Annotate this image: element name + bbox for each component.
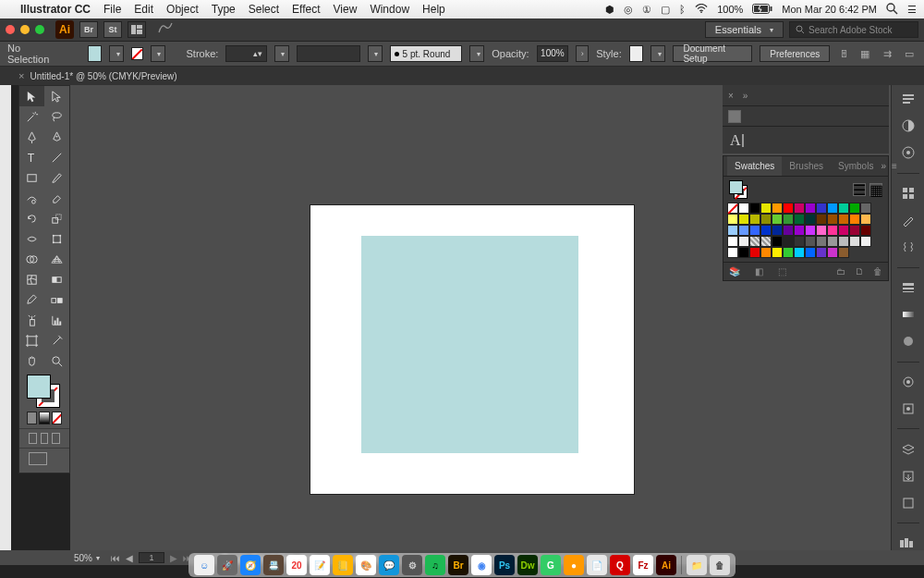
swatch-cell[interactable]: [749, 214, 760, 225]
pen-tool[interactable]: [19, 127, 44, 147]
swatch-cell[interactable]: [805, 236, 816, 247]
swatch-cell[interactable]: [738, 203, 749, 214]
swatch-cell[interactable]: [827, 236, 838, 247]
swatch-cell[interactable]: [816, 203, 827, 214]
swatch-grid-view[interactable]: ▦: [869, 183, 882, 196]
swatch-cell[interactable]: [860, 236, 871, 247]
panel-menu-icon[interactable]: ≡: [892, 161, 897, 171]
bridge-chip[interactable]: Br: [79, 21, 98, 38]
swatch-cell[interactable]: [794, 203, 805, 214]
layers-panel-icon[interactable]: [898, 440, 918, 458]
draw-inside[interactable]: [52, 433, 60, 444]
swatch-cell[interactable]: [805, 225, 816, 236]
symbols-dock-icon[interactable]: [898, 239, 918, 256]
dock-app[interactable]: ⚙: [402, 555, 422, 575]
swatch-cell[interactable]: [794, 236, 805, 247]
workspace-selector[interactable]: Essentials: [705, 21, 784, 38]
dock-app[interactable]: Q: [610, 555, 630, 575]
cc-status-icon[interactable]: ◎: [624, 4, 633, 16]
swatch-cell[interactable]: [738, 247, 749, 258]
wifi-icon[interactable]: [695, 4, 708, 16]
menu-file[interactable]: File: [103, 3, 121, 16]
dock-app[interactable]: 🎨: [356, 555, 376, 575]
transform-icon[interactable]: ▭: [902, 46, 917, 61]
dock-app[interactable]: Br: [448, 555, 468, 575]
swatch-cell[interactable]: [783, 236, 794, 247]
swatch-cell[interactable]: [749, 203, 760, 214]
fill-swatch[interactable]: [88, 45, 103, 62]
menu-object[interactable]: Object: [166, 3, 199, 16]
paintbrush-tool[interactable]: [44, 167, 69, 188]
delete-swatch-icon[interactable]: 🗑: [873, 266, 882, 277]
swatch-cell[interactable]: [738, 214, 749, 225]
menu-window[interactable]: Window: [370, 3, 409, 16]
swatch-cell[interactable]: [760, 236, 772, 247]
dock-app[interactable]: Ai: [656, 555, 676, 575]
swatch-cell[interactable]: [827, 214, 838, 225]
style-dropdown[interactable]: [650, 45, 665, 62]
swatch-cell[interactable]: [727, 247, 738, 258]
bluetooth-icon[interactable]: ᛒ: [679, 4, 686, 15]
type-tool[interactable]: T: [19, 147, 44, 167]
gradient-tool[interactable]: [44, 269, 69, 289]
line-tool[interactable]: [44, 147, 69, 167]
maximize-button[interactable]: [35, 25, 44, 34]
mini-panel-header[interactable]: ×»: [723, 85, 889, 105]
color-preview[interactable]: [728, 110, 741, 123]
stroke-profile[interactable]: [297, 45, 360, 62]
swatch-cell[interactable]: [816, 225, 827, 236]
dock-app[interactable]: 📝: [310, 555, 330, 575]
swatch-cell[interactable]: [727, 225, 738, 236]
artboard[interactable]: [310, 205, 634, 494]
swatch-cell[interactable]: [760, 214, 772, 225]
dock-app[interactable]: 🗑: [710, 555, 730, 575]
fill-indicator[interactable]: [27, 375, 51, 399]
swatch-cell[interactable]: [783, 225, 794, 236]
graphic-style-swatch[interactable]: [629, 45, 644, 62]
preferences-button[interactable]: Preferences: [760, 45, 830, 62]
dock-app[interactable]: ◉: [471, 555, 492, 575]
swatch-cell[interactable]: [816, 247, 827, 258]
swatch-cell[interactable]: [727, 236, 738, 247]
new-swatch-icon[interactable]: 🗋: [855, 266, 864, 277]
swatch-cell[interactable]: [805, 203, 816, 214]
stroke-dropdown[interactable]: [151, 45, 165, 62]
swatch-kind-icon[interactable]: ◧: [755, 266, 763, 277]
brushes-tab[interactable]: Brushes: [782, 156, 831, 176]
width-tool[interactable]: [19, 228, 44, 249]
none-mode-btn[interactable]: [52, 412, 62, 424]
swatch-cell[interactable]: [760, 247, 772, 258]
menu-edit[interactable]: Edit: [134, 3, 153, 16]
swatch-cell[interactable]: [738, 236, 749, 247]
snap-pixel-icon[interactable]: ▦: [857, 46, 872, 61]
brush-dropdown[interactable]: [469, 45, 484, 62]
slice-tool[interactable]: [44, 330, 69, 350]
rectangle-tool[interactable]: [19, 167, 44, 188]
dock-app[interactable]: 📇: [263, 555, 284, 575]
panel-expand-icon[interactable]: »: [881, 161, 886, 171]
swatch-cell[interactable]: [794, 214, 805, 225]
swatches-dock-icon[interactable]: [898, 185, 918, 203]
spotlight-icon[interactable]: [886, 3, 898, 17]
brush-selector[interactable]: 5 pt. Round: [390, 45, 463, 62]
power-icon[interactable]: ①: [642, 4, 651, 16]
swatch-cell[interactable]: [760, 225, 772, 236]
clock[interactable]: Mon Mar 20 6:42 PM: [782, 4, 877, 15]
dropbox-icon[interactable]: ⬢: [605, 4, 614, 16]
draw-behind[interactable]: [41, 433, 49, 444]
eraser-tool[interactable]: [44, 188, 69, 208]
dock-app[interactable]: 📒: [333, 555, 353, 575]
swatch-cell[interactable]: [805, 247, 816, 258]
battery-icon[interactable]: [752, 4, 772, 16]
blend-tool[interactable]: [44, 289, 69, 310]
stock-chip[interactable]: St: [103, 21, 122, 38]
shape-builder-tool[interactable]: [19, 249, 44, 269]
gradient-panel-icon[interactable]: [898, 306, 918, 324]
artboard-tool[interactable]: [19, 330, 44, 350]
stroke-weight-dropdown[interactable]: [274, 45, 289, 62]
minimize-button[interactable]: [20, 25, 30, 34]
swatch-cell[interactable]: [827, 203, 838, 214]
dock-app[interactable]: 💬: [379, 555, 399, 575]
swatch-cell[interactable]: [816, 214, 827, 225]
menu-select[interactable]: Select: [249, 3, 279, 16]
